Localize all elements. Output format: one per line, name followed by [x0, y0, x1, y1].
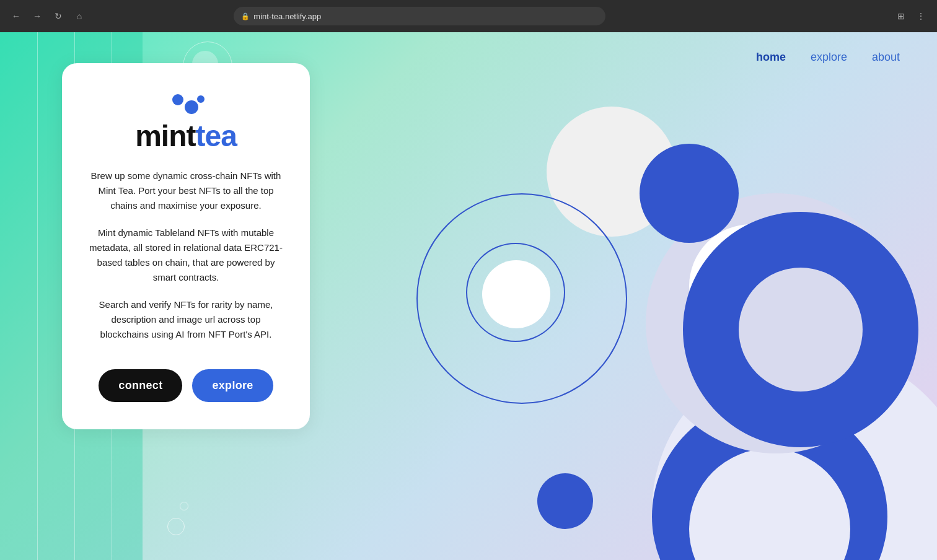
card-desc-2: Mint dynamic Tableland NFTs with mutable… [89, 225, 283, 285]
circle-light-xlarge [652, 349, 937, 560]
circle-blue-donut-inner [739, 268, 863, 392]
circle-white-overlap [689, 224, 813, 348]
card-buttons: connect explore [99, 369, 273, 402]
card-desc-1: Brew up some dynamic cross-chain NFTs wi… [89, 168, 283, 213]
back-button[interactable]: ← [7, 7, 25, 25]
card-desc-3: Search and verify NFTs for rarity by nam… [89, 297, 283, 342]
circle-blue-small-bottom [537, 473, 593, 529]
forward-button[interactable]: → [29, 7, 46, 25]
nav-explore[interactable]: explore [811, 51, 847, 64]
logo-dot-2 [185, 100, 198, 114]
circle-blue-arc-bottom [652, 399, 887, 560]
logo-mint: mint [135, 121, 195, 151]
extensions-button[interactable]: ⊞ [892, 7, 910, 25]
hero-card: minttea Brew up some dynamic cross-chain… [62, 63, 310, 429]
decorative-circles [404, 32, 937, 560]
circle-blue-donut [683, 212, 918, 447]
address-bar[interactable]: 🔒 mint-tea.netlify.app [234, 7, 605, 25]
nav-home[interactable]: home [756, 51, 786, 64]
nav: home explore about [719, 32, 937, 82]
logo-dots [161, 94, 211, 119]
connect-button[interactable]: connect [99, 369, 182, 402]
more-button[interactable]: ⋮ [912, 7, 930, 25]
logo-area: minttea [135, 94, 237, 151]
browser-chrome: ← → ↻ ⌂ 🔒 mint-tea.netlify.app ⊞ ⋮ [0, 0, 937, 32]
logo-text: minttea [135, 121, 237, 151]
circle-white-large [547, 107, 677, 237]
explore-button[interactable]: explore [192, 369, 273, 402]
circle-outline-inner [466, 243, 565, 342]
page: home explore about minttea Brew up some … [0, 32, 937, 560]
home-button[interactable]: ⌂ [71, 7, 88, 25]
url-text: mint-tea.netlify.app [253, 12, 321, 21]
circle-outline-large [416, 193, 627, 404]
logo-dot-3 [197, 95, 205, 103]
nav-about[interactable]: about [872, 51, 900, 64]
circle-blue-arc-inner [689, 448, 850, 560]
bg-circle-outline-bottom [167, 518, 185, 535]
browser-nav: ← → ↻ ⌂ [7, 7, 88, 25]
logo-dot-1 [172, 94, 183, 105]
browser-actions: ⊞ ⋮ [892, 7, 930, 25]
bg-circle-outline-tiny [180, 502, 188, 510]
circle-light-large [646, 193, 906, 453]
logo-tea: tea [195, 121, 236, 151]
circle-blue-top [640, 144, 739, 243]
vert-line-1 [37, 32, 38, 560]
lock-icon: 🔒 [241, 12, 250, 20]
refresh-button[interactable]: ↻ [50, 7, 67, 25]
circle-white-inner [482, 260, 550, 328]
